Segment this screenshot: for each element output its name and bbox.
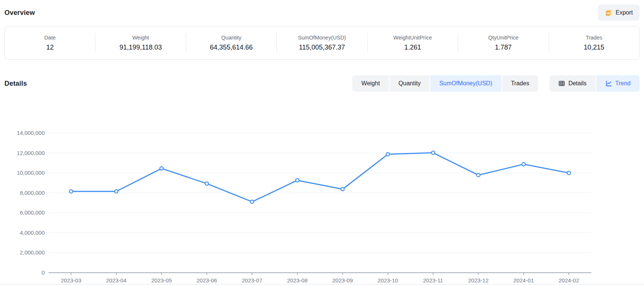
export-button-label: Export (616, 9, 633, 16)
data-point-marker[interactable] (205, 182, 209, 185)
stat-label: Trades (549, 35, 639, 41)
stat-value: 12 (5, 44, 95, 51)
y-axis-label: 4,000,000 (20, 229, 45, 236)
table-icon (558, 80, 565, 87)
stat-value: 1.261 (368, 44, 458, 51)
details-controls: Weight Quantity SumOfMoney(USD) Trades (352, 75, 640, 92)
stat-label: QtyUnitPrice (458, 35, 548, 41)
y-axis-label: 12,000,000 (17, 150, 45, 156)
overview-stats-panel: Date 12 Weight 91,199,118.03 Quantity 64… (4, 26, 640, 60)
y-axis-label: 2,000,000 (20, 249, 45, 256)
x-axis-label: 2023-06 (197, 277, 217, 284)
tab-label: SumOfMoney(USD) (439, 80, 492, 87)
x-axis-label: 2023-09 (332, 277, 353, 284)
x-axis-label: 2023-10 (378, 277, 398, 284)
x-axis-label: 2023-11 (423, 277, 443, 284)
tab-sum-of-money[interactable]: SumOfMoney(USD) (430, 75, 501, 92)
y-axis-label: 10,000,000 (17, 170, 45, 176)
stat-date: Date 12 (5, 33, 95, 53)
stat-value: 91,199,118.03 (95, 44, 185, 51)
x-axis-label: 2023-03 (61, 277, 81, 284)
tab-details-view[interactable]: Details (549, 75, 596, 92)
data-point-marker[interactable] (296, 178, 299, 182)
tab-label: Trades (511, 80, 529, 87)
tab-weight[interactable]: Weight (352, 75, 389, 92)
y-axis-label: 14,000,000 (17, 130, 45, 136)
stat-quantity: Quantity 64,355,614.66 (186, 33, 276, 53)
trend-chart-canvas[interactable]: 02,000,0004,000,0006,000,0008,000,00010,… (4, 109, 640, 285)
y-axis-label: 6,000,000 (20, 209, 45, 216)
tab-label: Trend (615, 80, 631, 87)
x-axis-label: 2023-12 (468, 277, 489, 284)
data-point-marker[interactable] (431, 151, 435, 155)
dashboard-page: Overview Export Date 12 Weight 91,199,11… (0, 0, 644, 285)
data-point-marker[interactable] (160, 167, 163, 170)
stat-label: Weight (95, 35, 185, 41)
export-button[interactable]: Export (598, 4, 640, 21)
x-axis-label: 2023-04 (106, 277, 127, 284)
details-title: Details (4, 80, 27, 88)
stat-label: Date (5, 35, 95, 41)
data-point-marker[interactable] (567, 171, 571, 175)
stat-value: 10,215 (549, 44, 639, 51)
tab-quantity[interactable]: Quantity (390, 75, 430, 92)
stat-trades: Trades 10,215 (549, 33, 639, 53)
data-point-marker[interactable] (522, 162, 525, 166)
trend-line (71, 153, 569, 202)
x-axis-label: 2023-05 (151, 277, 172, 284)
y-axis-label: 0 (42, 269, 45, 276)
details-header: Details Weight Quantity SumOfMoney(USD) … (4, 75, 640, 92)
tab-label: Quantity (399, 80, 421, 87)
x-axis-label: 2024-01 (513, 277, 534, 284)
tab-trades[interactable]: Trades (502, 75, 538, 92)
view-tab-group: Details Trend (549, 75, 640, 92)
x-axis-label: 2024-02 (559, 277, 579, 284)
data-point-marker[interactable] (250, 200, 254, 203)
x-axis-label: 2023-07 (242, 277, 262, 284)
export-file-icon (605, 9, 612, 17)
stat-label: WeightUnitPrice (368, 35, 458, 41)
stat-qty-unit-price: QtyUnitPrice 1.787 (458, 33, 548, 53)
stat-weight: Weight 91,199,118.03 (95, 33, 185, 53)
trend-chart[interactable]: 02,000,0004,000,0006,000,0008,000,00010,… (4, 109, 640, 285)
stat-weight-unit-price: WeightUnitPrice 1.261 (367, 33, 458, 53)
data-point-marker[interactable] (341, 187, 344, 191)
stat-label: SumOfMoney(USD) (277, 35, 367, 41)
stat-value: 115,005,367.37 (277, 44, 367, 51)
data-point-marker[interactable] (69, 190, 73, 193)
overview-header: Overview Export (4, 0, 640, 21)
stat-value: 64,355,614.66 (186, 44, 276, 51)
x-axis-label: 2023-08 (287, 277, 308, 284)
data-point-marker[interactable] (115, 190, 118, 193)
metric-tab-group: Weight Quantity SumOfMoney(USD) Trades (352, 75, 538, 92)
overview-title: Overview (4, 9, 35, 17)
stat-value: 1.787 (458, 44, 548, 51)
stat-sum-of-money: SumOfMoney(USD) 115,005,367.37 (276, 33, 367, 53)
stat-label: Quantity (186, 35, 276, 41)
line-chart-icon (605, 80, 612, 87)
data-point-marker[interactable] (386, 153, 390, 156)
data-point-marker[interactable] (477, 174, 480, 177)
tab-label: Details (568, 80, 587, 87)
y-axis-label: 8,000,000 (20, 190, 45, 196)
tab-trend-view[interactable]: Trend (596, 75, 640, 92)
tab-label: Weight (361, 80, 380, 87)
